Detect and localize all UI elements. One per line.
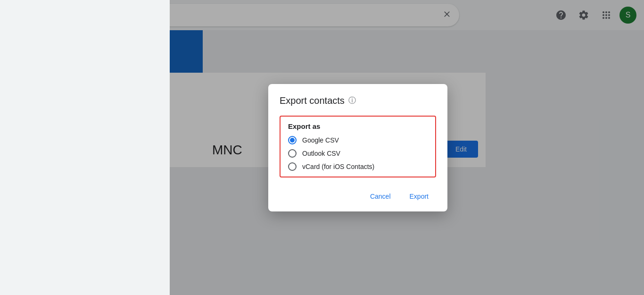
dialog-help-icon[interactable]: ⓘ <box>348 96 356 106</box>
google-csv-label: Google CSV <box>302 136 339 144</box>
dialog-title: Export contacts <box>280 95 345 106</box>
export-as-label: Export as <box>288 122 428 130</box>
vcard-label: vCard (for iOS Contacts) <box>302 163 374 170</box>
radio-google-csv-indicator <box>288 136 297 144</box>
outlook-csv-label: Outlook CSV <box>302 150 340 157</box>
dialog-actions: Cancel Export <box>280 185 436 204</box>
export-dialog: Export contacts ⓘ Export as Google CSV O… <box>268 84 447 211</box>
radio-vcard[interactable]: vCard (for iOS Contacts) <box>288 162 428 171</box>
radio-google-csv[interactable]: Google CSV <box>288 136 428 144</box>
radio-vcard-indicator <box>288 162 297 171</box>
cancel-button[interactable]: Cancel <box>363 189 398 204</box>
radio-outlook-csv[interactable]: Outlook CSV <box>288 149 428 158</box>
side-panel <box>0 0 170 295</box>
export-as-box: Export as Google CSV Outlook CSV vCard (… <box>280 116 436 177</box>
radio-outlook-csv-indicator <box>288 149 297 158</box>
export-button[interactable]: Export <box>402 189 436 204</box>
